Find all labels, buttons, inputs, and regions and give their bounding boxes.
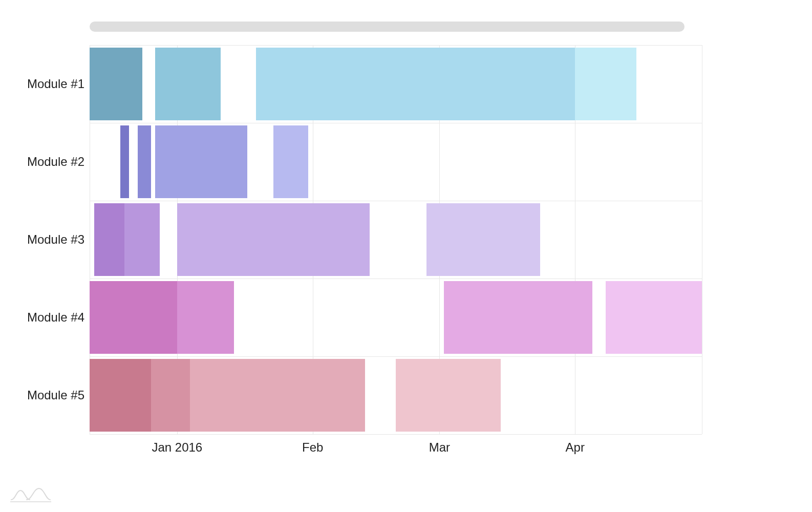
amcharts-logo-icon — [10, 487, 51, 503]
gantt-bar[interactable] — [155, 125, 247, 198]
gantt-bar[interactable] — [90, 48, 142, 120]
gantt-bar[interactable] — [177, 281, 234, 354]
gantt-bar[interactable] — [90, 359, 151, 432]
x-axis-label: Feb — [302, 440, 323, 455]
y-axis-label: Module #1 — [0, 78, 84, 90]
y-axis-label: Module #3 — [0, 233, 84, 246]
gantt-bar[interactable] — [273, 125, 308, 198]
gantt-row — [90, 45, 702, 123]
plot-area — [90, 45, 702, 434]
gantt-row — [90, 123, 702, 201]
gantt-bar[interactable] — [94, 203, 125, 276]
x-axis-label: Apr — [566, 440, 585, 455]
gantt-chart: Module #1Module #2Module #3Module #4Modu… — [0, 0, 812, 512]
gantt-bar[interactable] — [575, 48, 636, 120]
gantt-bar[interactable] — [444, 281, 592, 354]
x-axis-label: Jan 2016 — [152, 440, 202, 455]
gantt-bar[interactable] — [606, 281, 702, 354]
horizontal-scrollbar[interactable] — [90, 22, 685, 32]
x-axis-label: Mar — [429, 440, 450, 455]
gantt-row — [90, 279, 702, 356]
gantt-bar[interactable] — [124, 203, 159, 276]
y-axis-label: Module #4 — [0, 311, 84, 324]
gantt-bar[interactable] — [151, 359, 190, 432]
x-axis-labels: Jan 2016FebMarApr — [90, 440, 702, 461]
gantt-row — [90, 356, 702, 434]
grid-line-horizontal — [90, 434, 702, 435]
gantt-bar[interactable] — [138, 125, 151, 198]
grid-line-vertical — [702, 45, 702, 434]
gantt-bar[interactable] — [120, 125, 129, 198]
gantt-row — [90, 201, 702, 279]
gantt-bar[interactable] — [190, 359, 365, 432]
y-axis-label: Module #5 — [0, 389, 84, 401]
gantt-bar[interactable] — [256, 48, 575, 120]
y-axis-label: Module #2 — [0, 156, 84, 168]
gantt-bar[interactable] — [177, 203, 370, 276]
gantt-bar[interactable] — [426, 203, 540, 276]
gantt-bar[interactable] — [90, 281, 177, 354]
gantt-bar[interactable] — [155, 48, 221, 120]
gantt-bar[interactable] — [396, 359, 501, 432]
